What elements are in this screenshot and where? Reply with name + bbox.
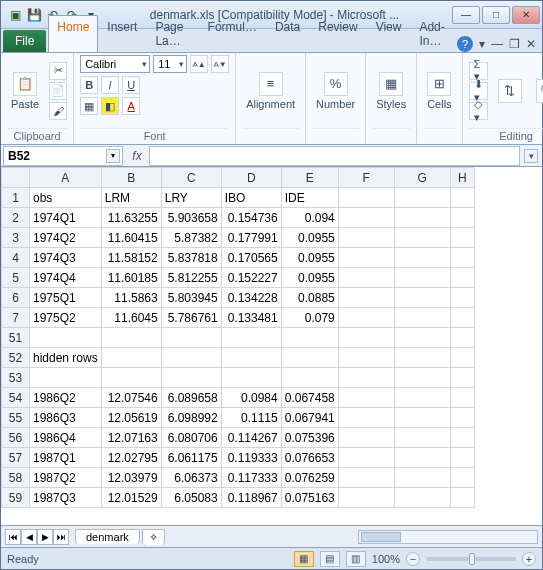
cell[interactable]: 0.067941 (281, 408, 338, 428)
select-all-corner[interactable] (2, 168, 30, 188)
cell[interactable]: 0.1115 (221, 408, 281, 428)
cell[interactable]: 1986Q3 (30, 408, 102, 428)
cell[interactable]: 0.075396 (281, 428, 338, 448)
cell[interactable] (338, 408, 394, 428)
cell[interactable]: 1974Q1 (30, 208, 102, 228)
ribbon-tab-home[interactable]: Home (48, 15, 98, 52)
cell[interactable]: 0.076653 (281, 448, 338, 468)
sheet-nav-button-0[interactable]: ⏮ (5, 529, 21, 545)
cell[interactable]: LRY (161, 188, 221, 208)
cell[interactable] (394, 468, 450, 488)
row-header-54[interactable]: 54 (2, 388, 30, 408)
cell[interactable] (450, 428, 474, 448)
cell[interactable]: 6.098992 (161, 408, 221, 428)
cell[interactable] (450, 208, 474, 228)
cell[interactable] (394, 368, 450, 388)
cell[interactable] (450, 228, 474, 248)
horizontal-scrollbar[interactable] (358, 530, 538, 544)
sheet-tab-active[interactable]: denmark (75, 529, 140, 544)
cell[interactable]: 6.061175 (161, 448, 221, 468)
bold-button[interactable]: B (80, 76, 98, 94)
cell[interactable]: 1975Q1 (30, 288, 102, 308)
view-normal-button[interactable]: ▦ (294, 551, 314, 567)
alignment-button[interactable]: ≡Alignment (242, 70, 299, 112)
cell[interactable] (394, 408, 450, 428)
file-tab[interactable]: File (3, 30, 46, 52)
cell[interactable]: 12.07546 (101, 388, 161, 408)
zoom-in-button[interactable]: + (522, 552, 536, 566)
row-header-55[interactable]: 55 (2, 408, 30, 428)
cell[interactable] (30, 328, 102, 348)
cell[interactable]: 5.786761 (161, 308, 221, 328)
cell[interactable] (394, 288, 450, 308)
cell[interactable] (281, 328, 338, 348)
cell[interactable]: obs (30, 188, 102, 208)
cell[interactable] (101, 368, 161, 388)
cell[interactable] (221, 368, 281, 388)
cell[interactable] (338, 488, 394, 508)
cell[interactable] (450, 368, 474, 388)
cell[interactable] (450, 288, 474, 308)
cell[interactable]: 1986Q2 (30, 388, 102, 408)
row-header-4[interactable]: 4 (2, 248, 30, 268)
cell[interactable]: 11.60185 (101, 268, 161, 288)
cell[interactable] (338, 188, 394, 208)
cell[interactable]: 0.075163 (281, 488, 338, 508)
mdi-restore-icon[interactable]: ❐ (509, 37, 520, 51)
view-page-break-button[interactable]: ▥ (346, 551, 366, 567)
cell[interactable]: 6.080706 (161, 428, 221, 448)
cell[interactable] (338, 328, 394, 348)
cell[interactable]: 11.63255 (101, 208, 161, 228)
row-header-57[interactable]: 57 (2, 448, 30, 468)
ribbon-tab-review[interactable]: Review (309, 15, 366, 52)
cell[interactable]: 6.06373 (161, 468, 221, 488)
column-header-C[interactable]: C (161, 168, 221, 188)
cell-grid[interactable]: ABCDEFGH1obsLRMLRYIBOIDE21974Q111.632555… (1, 167, 542, 525)
column-header-D[interactable]: D (221, 168, 281, 188)
row-header-59[interactable]: 59 (2, 488, 30, 508)
cell[interactable]: 5.837818 (161, 248, 221, 268)
column-header-G[interactable]: G (394, 168, 450, 188)
cell[interactable] (450, 348, 474, 368)
cell[interactable] (338, 348, 394, 368)
row-header-1[interactable]: 1 (2, 188, 30, 208)
cell[interactable]: 0.094 (281, 208, 338, 228)
row-header-5[interactable]: 5 (2, 268, 30, 288)
cell[interactable]: 5.812255 (161, 268, 221, 288)
cell[interactable] (161, 328, 221, 348)
cell[interactable] (338, 268, 394, 288)
column-header-H[interactable]: H (450, 168, 474, 188)
cell[interactable]: 0.0984 (221, 388, 281, 408)
help-icon[interactable]: ? (457, 36, 473, 52)
cell[interactable]: 12.03979 (101, 468, 161, 488)
clear-button[interactable]: ◇ ▾ (469, 102, 488, 120)
zoom-thumb[interactable] (469, 553, 475, 565)
cell[interactable] (338, 308, 394, 328)
sheet-nav-button-3[interactable]: ⏭ (53, 529, 69, 545)
cell[interactable]: LRM (101, 188, 161, 208)
cell[interactable]: 0.119333 (221, 448, 281, 468)
cell[interactable]: 0.117333 (221, 468, 281, 488)
row-header-56[interactable]: 56 (2, 428, 30, 448)
cell[interactable]: 0.177991 (221, 228, 281, 248)
cell[interactable]: 0.0955 (281, 268, 338, 288)
cell[interactable]: 12.07163 (101, 428, 161, 448)
cell[interactable] (394, 248, 450, 268)
grow-font-button[interactable]: A▲ (190, 55, 208, 73)
cell[interactable]: 5.87382 (161, 228, 221, 248)
cell[interactable] (450, 388, 474, 408)
cell[interactable]: 5.903658 (161, 208, 221, 228)
cell[interactable]: 0.170565 (221, 248, 281, 268)
row-header-58[interactable]: 58 (2, 468, 30, 488)
ribbon-minimize-icon[interactable]: ▾ (479, 37, 485, 51)
sheet-nav-button-2[interactable]: ▶ (37, 529, 53, 545)
cells-button[interactable]: ⊞Cells (423, 70, 455, 112)
cell[interactable]: 0.118967 (221, 488, 281, 508)
cell[interactable] (450, 468, 474, 488)
font-name-select[interactable]: Calibri (80, 55, 150, 73)
cell[interactable]: 11.60415 (101, 228, 161, 248)
fill-color-button[interactable]: ◧ (101, 97, 119, 115)
cell[interactable]: 6.05083 (161, 488, 221, 508)
cell[interactable]: 6.089658 (161, 388, 221, 408)
cell[interactable]: 1975Q2 (30, 308, 102, 328)
